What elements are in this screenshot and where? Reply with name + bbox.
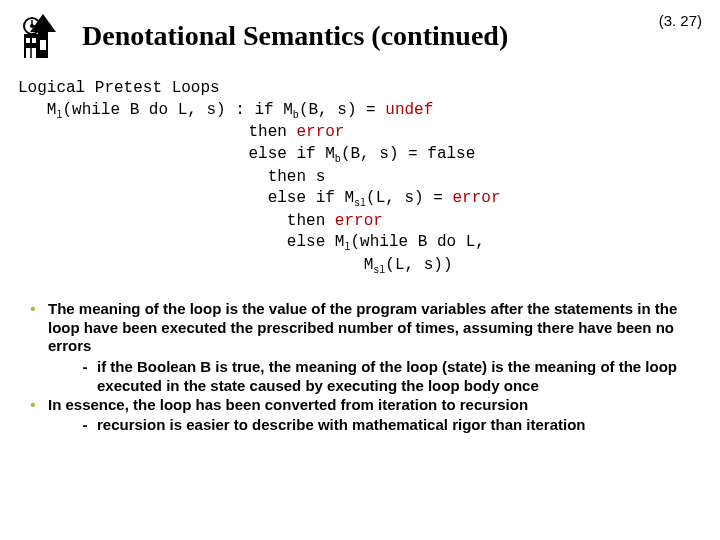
bullet-text: In essence, the loop has been converted … — [48, 396, 702, 415]
dash-icon: - — [73, 358, 97, 396]
sub-bullet-text: recursion is easier to describe with mat… — [97, 416, 702, 435]
code-block: Logical Pretest Loops Ml(while B do L, s… — [18, 78, 702, 278]
bullet-list: • The meaning of the loop is the value o… — [18, 300, 702, 435]
list-item: • The meaning of the loop is the value o… — [18, 300, 702, 356]
header: Denotational Semantics (continued) — [18, 12, 702, 60]
list-item: - if the Boolean B is true, the meaning … — [18, 358, 702, 396]
bullet-icon: • — [18, 300, 48, 356]
svg-rect-11 — [26, 38, 30, 43]
bullet-text: The meaning of the loop is the value of … — [48, 300, 702, 356]
list-item: • In essence, the loop has been converte… — [18, 396, 702, 415]
bullet-icon: • — [18, 396, 48, 415]
svg-rect-3 — [40, 40, 46, 50]
logo-icon — [18, 12, 64, 60]
svg-rect-12 — [32, 38, 36, 43]
code-heading: Logical Pretest Loops — [18, 79, 220, 97]
sub-bullet-text: if the Boolean B is true, the meaning of… — [97, 358, 702, 396]
list-item: - recursion is easier to describe with m… — [18, 416, 702, 435]
page-title: Denotational Semantics (continued) — [82, 20, 508, 52]
slide-number: (3. 27) — [659, 12, 702, 29]
dash-icon: - — [73, 416, 97, 435]
